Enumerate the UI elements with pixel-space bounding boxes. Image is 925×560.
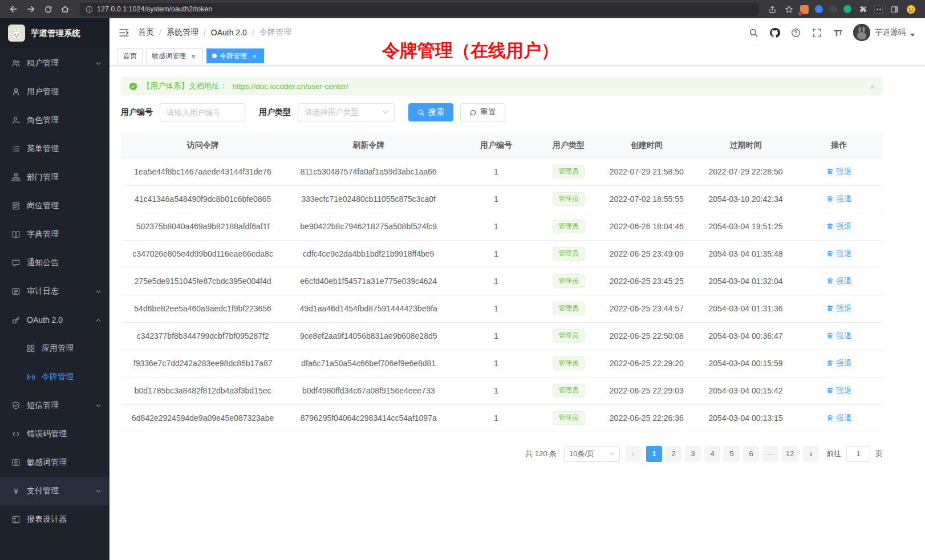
errcode-icon	[11, 429, 21, 439]
sidebar-item-audit-log[interactable]: 审计日志	[0, 277, 109, 306]
goto-page-input[interactable]	[846, 446, 870, 462]
sidebar-item-pay[interactable]: ¥支付管理	[0, 477, 109, 505]
font-size-icon[interactable]: TT	[832, 27, 843, 38]
tab-token-management[interactable]: 令牌管理×	[206, 48, 264, 63]
force-logout-button[interactable]: 强退	[826, 303, 851, 314]
page-size-select[interactable]: 10条/页	[564, 446, 620, 462]
page-button-3[interactable]: 3	[685, 446, 701, 462]
browser-home-button[interactable]	[58, 2, 72, 16]
tab-label: 敏感词管理	[152, 51, 186, 61]
app-logo[interactable]: 芋道管理系统	[0, 18, 109, 48]
force-logout-button[interactable]: 强退	[826, 358, 851, 368]
cell-refresh-token: 811c530487574fa0af1a59d3abc1aa66	[285, 158, 452, 185]
force-logout-button[interactable]: 强退	[826, 331, 851, 341]
role-icon	[11, 116, 21, 125]
prev-page-button[interactable]: ‹	[625, 446, 641, 462]
tab-home[interactable]: 首页	[117, 48, 143, 63]
search-button-label: 搜索	[428, 107, 444, 117]
cell-access-token: 54d6be82ee5a460a9aedc1f9bf223656	[121, 295, 285, 322]
sidebar-item-oauth2[interactable]: OAuth 2.0	[0, 306, 109, 334]
user-menu[interactable]: 芋道源码	[853, 24, 915, 41]
sidebar-item-oauth2-token[interactable]: 令牌管理	[0, 363, 109, 391]
help-icon[interactable]	[790, 27, 801, 38]
table-row: c347026e805e4d99b0d116eae66eda8ccdfc4ce9…	[121, 240, 883, 267]
page-button-2[interactable]: 2	[666, 446, 681, 462]
user-id-input[interactable]	[160, 103, 245, 121]
sidebar-item-post[interactable]: 岗位管理	[0, 192, 109, 220]
table-column-0: 访问令牌	[121, 133, 285, 158]
page-button-4[interactable]: 4	[704, 446, 720, 462]
svg-text:¥: ¥	[14, 487, 18, 496]
split-view-icon[interactable]	[889, 4, 899, 14]
force-logout-button[interactable]: 强退	[826, 413, 851, 423]
force-logout-label: 强退	[836, 167, 851, 177]
force-logout-button[interactable]: 强退	[826, 249, 851, 259]
sidebar-item-oauth2-app[interactable]: 应用管理	[0, 334, 109, 363]
grid-extension-icon[interactable]	[800, 5, 809, 14]
fullscreen-icon[interactable]	[811, 27, 822, 38]
extension-dark-icon[interactable]	[829, 5, 837, 13]
sidebar-item-report[interactable]: 报表设计器	[0, 505, 109, 534]
sidebar-item-sensitive[interactable]: 敏感词管理	[0, 448, 109, 477]
breadcrumb-item[interactable]: OAuth 2.0	[211, 28, 247, 37]
alert-close-icon[interactable]: ×	[870, 82, 875, 91]
breadcrumb-separator: /	[252, 28, 254, 37]
sidebar-item-notice[interactable]: 通知公告	[0, 249, 109, 277]
breadcrumb-item[interactable]: 首页	[138, 27, 154, 38]
browser-forward-button[interactable]	[24, 2, 38, 16]
force-logout-button[interactable]: 强退	[826, 276, 851, 286]
github-icon[interactable]	[769, 27, 780, 38]
table-column-1: 刷新令牌	[285, 133, 452, 158]
bookmark-star-icon[interactable]	[784, 4, 794, 14]
address-bar[interactable]: 127.0.0.1:1024/system/oauth2/token	[80, 3, 759, 16]
tab-close-icon[interactable]: ×	[189, 52, 197, 60]
table-row: c342377bf8b344799dcbf7bf095287f29ce8ef2a…	[121, 322, 883, 350]
extension-blue-icon[interactable]	[815, 5, 823, 13]
reset-button[interactable]: 重置	[460, 103, 505, 121]
sidebar-item-user[interactable]: 用户管理	[0, 78, 109, 106]
search-button[interactable]: 搜索	[408, 103, 453, 121]
tab-sensitive-word[interactable]: 敏感词管理×	[146, 48, 203, 63]
more-pages-button[interactable]: ···	[762, 446, 778, 462]
alert-doc-link[interactable]: https://doc.iocoder.cn/user-center/	[233, 82, 348, 91]
page-button-5[interactable]: 5	[724, 446, 740, 462]
next-page-button[interactable]: ›	[803, 446, 819, 462]
chevron-up-icon	[95, 317, 102, 323]
tab-close-icon[interactable]: ×	[250, 52, 258, 60]
extensions-puzzle-icon[interactable]	[858, 4, 868, 14]
tenant-icon	[11, 59, 21, 68]
cell-access-token: c347026e805e4d99b0d116eae66eda8c	[121, 240, 285, 267]
sidebar-item-menu[interactable]: 菜单管理	[0, 135, 109, 163]
sensitive-icon	[11, 458, 21, 467]
user-type-select[interactable]: 请选择用户类型	[298, 103, 395, 121]
share-icon[interactable]	[767, 4, 777, 14]
page-button-12[interactable]: 12	[782, 446, 798, 462]
reset-button-label: 重置	[480, 107, 496, 117]
site-info-icon[interactable]	[86, 6, 93, 13]
force-logout-button[interactable]: 强退	[826, 385, 851, 396]
sidebar-item-sms[interactable]: 短信管理	[0, 391, 109, 420]
sidebar-item-dept[interactable]: 部门管理	[0, 163, 109, 192]
breadcrumb-item[interactable]: 系统管理	[167, 27, 198, 38]
page-button-1[interactable]: 1	[646, 446, 662, 462]
sidebar-item-role[interactable]: 角色管理	[0, 106, 109, 135]
force-logout-button[interactable]: 强退	[826, 194, 851, 204]
extension-dark-square-icon[interactable]	[874, 5, 883, 14]
trash-icon	[826, 359, 834, 367]
browser-reload-button[interactable]	[41, 2, 55, 16]
sidebar-item-tenant[interactable]: 租户管理	[0, 49, 109, 78]
browser-back-button[interactable]	[7, 2, 21, 16]
force-logout-button[interactable]: 强退	[826, 167, 851, 177]
dept-icon	[11, 173, 21, 182]
sidebar-toggle-icon[interactable]	[117, 26, 130, 39]
sidebar-item-error-code[interactable]: 错误码管理	[0, 420, 109, 448]
trash-icon	[826, 222, 834, 230]
profile-avatar-icon[interactable]	[906, 4, 916, 14]
page-button-6[interactable]: 6	[743, 446, 759, 462]
extension-green-icon[interactable]	[843, 5, 851, 13]
force-logout-button[interactable]: 强退	[826, 221, 851, 232]
sidebar-item-dict[interactable]: 字典管理	[0, 220, 109, 249]
search-icon[interactable]	[748, 27, 759, 38]
user-type-badge: 管理员	[553, 411, 585, 425]
cell-actions: 强退	[795, 295, 883, 322]
